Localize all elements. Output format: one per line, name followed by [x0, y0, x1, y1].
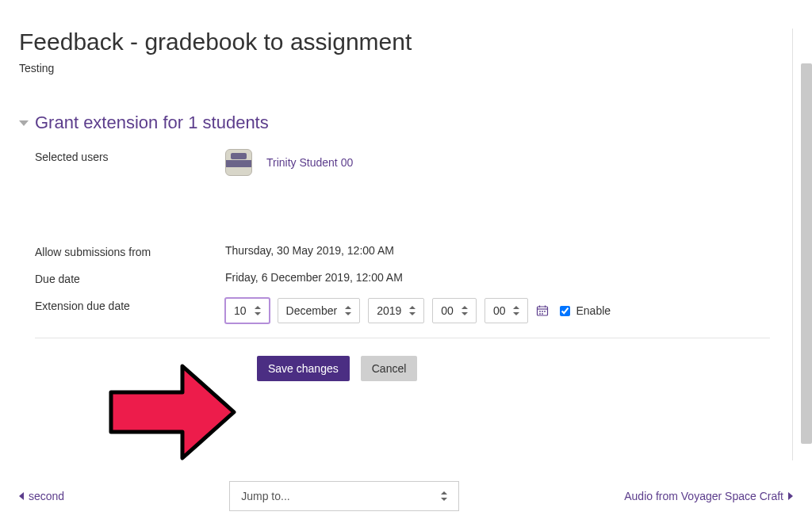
section-toggle[interactable]: Grant extension for 1 students [19, 113, 786, 133]
save-button[interactable]: Save changes [257, 356, 350, 381]
sort-icon [462, 306, 468, 315]
extension-month-value: December [286, 304, 338, 317]
selected-user: Trinity Student 00 [225, 149, 353, 176]
next-link[interactable]: Audio from Voyager Space Craft [624, 490, 793, 502]
value-allow-from: Thursday, 30 May 2019, 12:00 AM [225, 244, 394, 257]
prev-link[interactable]: second [19, 490, 64, 502]
sort-icon [441, 491, 447, 501]
jump-to-placeholder: Jump to... [241, 490, 289, 502]
cancel-button[interactable]: Cancel [361, 356, 418, 381]
svg-point-5 [542, 311, 544, 312]
calendar-icon[interactable] [536, 304, 549, 317]
value-due-date: Friday, 6 December 2019, 12:00 AM [225, 271, 403, 284]
enable-checkbox[interactable] [560, 306, 570, 316]
extension-year-value: 2019 [377, 304, 401, 317]
jump-to-select[interactable]: Jump to... [229, 481, 459, 511]
divider [35, 338, 770, 338]
extension-hour-value: 00 [441, 304, 454, 317]
extension-controls: 10 December 2019 00 00 [225, 298, 611, 323]
section-title: Grant extension for 1 students [35, 113, 269, 133]
extension-year-select[interactable]: 2019 [368, 298, 424, 323]
label-selected-users: Selected users [35, 149, 225, 163]
prev-link-label: second [29, 490, 64, 502]
svg-point-6 [545, 311, 546, 312]
extension-minute-select[interactable]: 00 [485, 298, 529, 323]
extension-hour-select[interactable]: 00 [432, 298, 477, 323]
extension-month-select[interactable]: December [278, 298, 361, 323]
enable-label: Enable [576, 304, 611, 317]
enable-checkbox-wrap[interactable]: Enable [557, 304, 611, 319]
extension-minute-value: 00 [493, 304, 506, 317]
sort-icon [513, 306, 519, 315]
user-name[interactable]: Trinity Student 00 [266, 156, 353, 169]
chevron-down-icon [19, 120, 29, 126]
triangle-right-icon [788, 492, 793, 500]
page-subtitle: Testing [19, 62, 786, 74]
svg-point-7 [540, 313, 542, 315]
svg-point-8 [542, 313, 544, 315]
avatar-icon [225, 149, 252, 176]
label-due-date: Due date [35, 271, 225, 285]
next-link-label: Audio from Voyager Space Craft [624, 490, 783, 502]
sort-icon [409, 306, 416, 315]
triangle-left-icon [19, 492, 24, 500]
label-allow-from: Allow submissions from [35, 244, 225, 258]
extension-day-value: 10 [234, 304, 247, 317]
svg-point-4 [540, 311, 542, 312]
sort-icon [255, 306, 261, 315]
sort-icon [345, 306, 351, 315]
label-extension-due: Extension due date [35, 298, 225, 312]
extension-day-select[interactable]: 10 [225, 298, 270, 323]
scrollbar[interactable] [801, 63, 812, 444]
footer-nav: second Jump to... Audio from Voyager Spa… [19, 481, 793, 511]
page-title: Feedback - gradebook to assignment [19, 29, 786, 55]
